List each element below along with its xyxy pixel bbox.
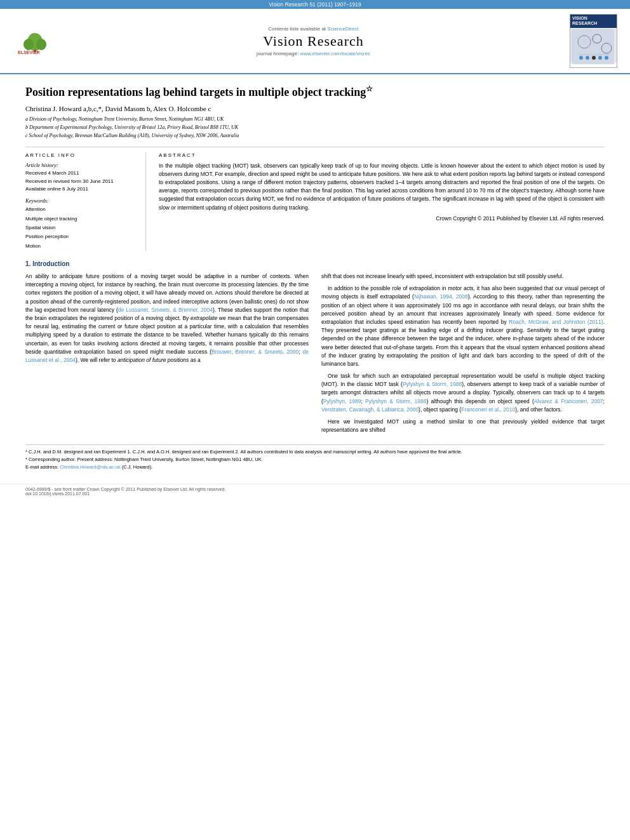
revised-date: Received in revised form 30 June 2011: [25, 178, 136, 186]
authors-line: Christina J. Howard a,b,c,*, David Masom…: [25, 105, 605, 112]
article-history-label: Article history:: [25, 162, 136, 168]
received-date: Received 4 March 2011: [25, 170, 136, 178]
cite-brouwer[interactable]: Brouwer, Brenner, & Smeets, 2000: [211, 349, 298, 355]
cite-pylyshyn89[interactable]: Pylyshyn, 1989: [323, 398, 361, 404]
introduction-section: 1. Introduction An ability to anticipate…: [25, 260, 605, 438]
keyword-motion: Motion: [25, 242, 136, 251]
journal-header: ELSEVIER Contents lists available at Sci…: [0, 9, 630, 74]
cite-pylyshyn88b[interactable]: Pylyshyn & Storm, 1988: [365, 398, 426, 404]
cite-franconeri[interactable]: Franconeri et al., 2010: [461, 406, 515, 413]
doi-line: doi:10.1016/j.visres.2011.07.001: [25, 491, 605, 496]
journal-header-center: Contents lists available at ScienceDirec…: [57, 26, 570, 57]
intro-para-1: An ability to anticipate future position…: [25, 272, 309, 364]
svg-point-11: [579, 56, 583, 60]
abstract-col: ABSTRACT In the multiple object tracking…: [159, 152, 605, 251]
vr-cover-art-icon: [572, 29, 614, 64]
keyword-spatial: Spatial vision: [25, 223, 136, 232]
intro-left-col: An ability to anticipate future position…: [25, 272, 309, 438]
info-abstract-section: ARTICLE INFO Article history: Received 4…: [25, 147, 605, 251]
sciencedirect-link[interactable]: ScienceDirect: [327, 26, 358, 32]
journal-url[interactable]: www.elsevier.com/locate/visres: [300, 51, 370, 57]
journal-title: Vision Research: [57, 33, 570, 50]
svg-point-14: [598, 56, 602, 60]
keywords-list: Attention Multiple object tracking Spati…: [25, 205, 136, 251]
svg-text:ELSEVIER: ELSEVIER: [18, 50, 40, 55]
keywords-label: Keywords:: [25, 197, 136, 204]
copyright-line: 0042-6989/$ - see front matter Crown Cop…: [25, 487, 605, 491]
svg-point-2: [23, 39, 34, 50]
keyword-mot: Multiple object tracking: [25, 215, 136, 223]
footnote-email: E-mail address: Christina.Howard@ntu.ac.…: [25, 463, 605, 471]
intro-para-shift: shift that does not increase linearly wi…: [321, 272, 605, 281]
intro-right-col: shift that does not increase linearly wi…: [321, 272, 605, 438]
elsevier-logo: ELSEVIER: [13, 28, 57, 55]
keyword-position: Position perception: [25, 232, 136, 241]
journal-homepage-line: journal homepage: www.elsevier.com/locat…: [57, 51, 570, 57]
intro-para-mot: One task for which such an extrapolated …: [321, 372, 605, 414]
article-info-col: ARTICLE INFO Article history: Received 4…: [25, 152, 146, 251]
affiliations: a Division of Psychology, Nottingham Tre…: [25, 116, 605, 140]
cite-alvarez[interactable]: Alvarez & Franconeri, 2007: [534, 398, 603, 404]
keyword-attention: Attention: [25, 205, 136, 214]
elsevier-tree-icon: ELSEVIER: [15, 28, 56, 55]
vr-journal-cover: VISIONRESEARCH: [570, 14, 617, 68]
svg-point-13: [592, 56, 596, 60]
affiliation-c: c School of Psychology, Brennan MacCallu…: [25, 132, 605, 140]
cite-deLussanet[interactable]: de Lussanet, Smeets, & Brenner, 2004: [118, 307, 213, 313]
intro-para-extrapolation: In addition to the possible role of extr…: [321, 284, 605, 368]
article-info-heading: ARTICLE INFO: [25, 152, 136, 158]
contents-available-line: Contents lists available at ScienceDirec…: [57, 26, 570, 32]
svg-point-15: [605, 56, 608, 60]
bottom-bar: 0042-6989/$ - see front matter Crown Cop…: [0, 484, 630, 498]
intro-para-here: Here we investigated MOT using a method …: [321, 418, 605, 434]
article-title: Position representations lag behind targ…: [25, 84, 605, 100]
footnote-corresponding: * Corresponding author. Present address:…: [25, 456, 605, 463]
affiliation-a: a Division of Psychology, Nottingham Tre…: [25, 116, 605, 124]
intro-section-title: 1. Introduction: [25, 260, 605, 267]
journal-citation: Vision Research 51 (2011) 1907–1919: [269, 1, 361, 8]
svg-point-12: [586, 56, 589, 60]
abstract-heading: ABSTRACT: [159, 152, 605, 158]
copyright-notice: Crown Copyright © 2011 Published by Else…: [159, 215, 605, 223]
footnotes: * C.J.H. and D.M. designed and ran Exper…: [25, 444, 605, 471]
cite-nijhawan[interactable]: Nijhawan, 1994, 2008: [414, 293, 468, 300]
affiliation-b: b Department of Experimental Psychology,…: [25, 124, 605, 132]
main-content: Position representations lag behind targ…: [0, 74, 630, 477]
cite-roach[interactable]: Roach, McGraw, and Johnston (2011): [509, 319, 603, 325]
abstract-text: In the multiple object tracking (MOT) ta…: [159, 162, 605, 223]
svg-point-3: [36, 39, 46, 50]
top-bar: Vision Research 51 (2011) 1907–1919: [0, 0, 630, 9]
cite-pylyshyn88[interactable]: Pylyshyn & Storm, 1988: [403, 381, 462, 387]
cite-verstraten[interactable]: Verstraten, Cavanagh, & Labianca, 2000: [321, 406, 419, 413]
intro-body-columns: An ability to anticipate future position…: [25, 272, 605, 438]
available-date: Available online 6 July 2011: [25, 185, 136, 194]
footnote-email-link[interactable]: Christina.Howard@ntu.ac.uk: [60, 464, 121, 470]
footnote-star: * C.J.H. and D.M. designed and ran Exper…: [25, 448, 605, 456]
